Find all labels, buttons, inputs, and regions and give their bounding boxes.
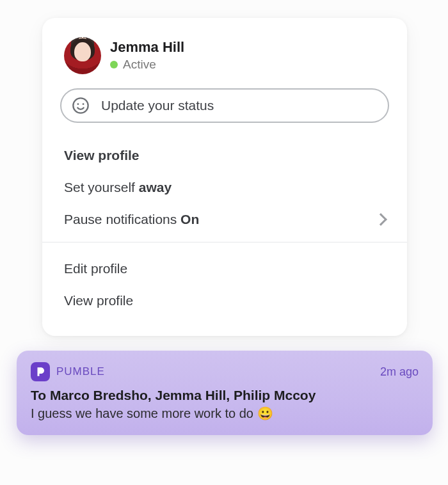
name-block: Jemma Hill Active: [110, 40, 184, 72]
notification-time: 2m ago: [380, 365, 419, 379]
notification-body: I guess we have some more work to do 😀: [31, 406, 419, 421]
presence-row: Active: [110, 58, 184, 72]
menu-section-2: Edit profile View profile: [42, 246, 407, 317]
menu-item-view-profile-2[interactable]: View profile: [42, 285, 407, 317]
menu-label: View profile: [64, 148, 139, 163]
menu-section-1: View profile Set yourself away Pause not…: [42, 133, 407, 235]
user-name: Jemma Hill: [110, 40, 184, 55]
notification-toast[interactable]: PUMBLE 2m ago To Marco Bredsho, Jemma Hi…: [17, 351, 433, 435]
svg-point-1: [77, 103, 79, 105]
profile-menu-card: Jemma Hill Active Update your status Vie…: [42, 18, 407, 336]
update-status-button[interactable]: Update your status: [60, 88, 389, 123]
presence-dot-icon: [110, 61, 118, 68]
avatar[interactable]: [64, 37, 101, 74]
svg-point-2: [83, 103, 84, 105]
menu-label: Set yourself away: [64, 180, 172, 195]
presence-label: Active: [123, 58, 156, 72]
chevron-right-icon: [374, 213, 387, 226]
grinning-face-icon: 😀: [257, 406, 273, 421]
menu-item-view-profile[interactable]: View profile: [42, 139, 407, 171]
status-placeholder: Update your status: [101, 98, 214, 113]
menu-label: Edit profile: [64, 261, 127, 276]
menu-item-edit-profile[interactable]: Edit profile: [42, 253, 407, 285]
notification-header: PUMBLE 2m ago: [31, 362, 419, 381]
pumble-app-icon: [31, 362, 50, 381]
menu-label: Pause notifications On: [64, 212, 199, 227]
profile-header: Jemma Hill Active: [42, 37, 407, 88]
svg-point-0: [73, 98, 88, 113]
menu-item-pause-notifications[interactable]: Pause notifications On: [42, 203, 407, 235]
smiley-icon: [72, 97, 90, 115]
menu-item-set-away[interactable]: Set yourself away: [42, 171, 407, 203]
notification-app-name: PUMBLE: [56, 365, 105, 378]
menu-divider: [42, 242, 407, 242]
menu-label: View profile: [64, 293, 133, 308]
notification-title: To Marco Bredsho, Jemma Hill, Philip Mcc…: [31, 388, 419, 403]
